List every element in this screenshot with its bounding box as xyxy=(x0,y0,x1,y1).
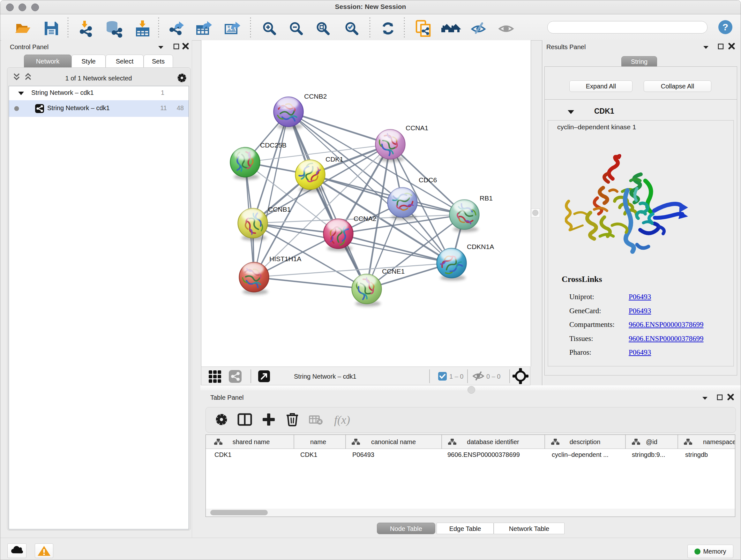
svg-text:canonical name: canonical name xyxy=(371,438,416,445)
svg-text:?: ? xyxy=(723,22,728,32)
svg-text:CDKN1A: CDKN1A xyxy=(467,243,494,250)
svg-text:CDC25B: CDC25B xyxy=(260,141,286,149)
svg-text:0 – 0: 0 – 0 xyxy=(486,373,500,380)
svg-text:1 – 0: 1 – 0 xyxy=(449,373,463,380)
svg-text:1 of 1 Network selected: 1 of 1 Network selected xyxy=(65,75,132,82)
svg-text:CCNB1: CCNB1 xyxy=(268,206,291,213)
svg-text:CCNE1: CCNE1 xyxy=(382,267,405,275)
svg-text:CDK1: CDK1 xyxy=(326,155,343,163)
svg-text:database identifier: database identifier xyxy=(467,438,519,445)
svg-text:name: name xyxy=(310,438,326,445)
svg-text:f(x): f(x) xyxy=(334,414,350,426)
svg-text:namespace: namespace xyxy=(703,438,735,445)
svg-text:CCNB2: CCNB2 xyxy=(304,92,327,100)
svg-text:CDC6: CDC6 xyxy=(419,176,437,184)
svg-text:description: description xyxy=(569,438,601,445)
svg-text:@id: @id xyxy=(646,438,657,445)
svg-text:String Network – cdk1: String Network – cdk1 xyxy=(294,373,356,380)
svg-text:RB1: RB1 xyxy=(480,194,493,202)
svg-text:CCNA2: CCNA2 xyxy=(354,215,376,222)
svg-text:HIST1H1A: HIST1H1A xyxy=(269,255,301,262)
svg-text:CCNA1: CCNA1 xyxy=(406,124,428,132)
svg-text:shared name: shared name xyxy=(232,438,270,445)
